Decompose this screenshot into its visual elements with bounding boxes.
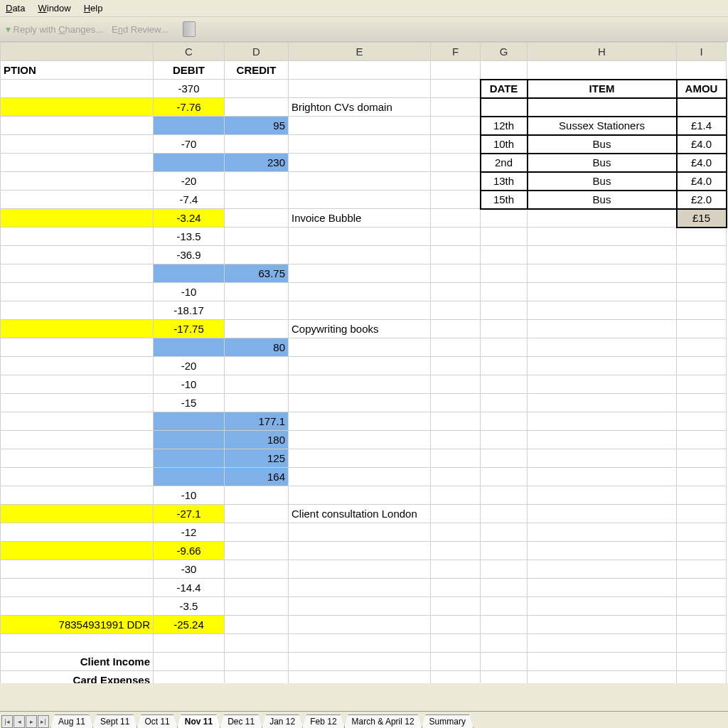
cell-note[interactable]	[289, 412, 431, 431]
cell-description[interactable]	[1, 579, 154, 597]
col-header-G[interactable]: G	[481, 43, 528, 61]
cell-debit[interactable]: -14.4	[154, 579, 225, 597]
cell-credit[interactable]	[225, 560, 289, 579]
col-header-D[interactable]: D	[225, 43, 289, 61]
cell-credit[interactable]: 125	[225, 449, 289, 468]
cell-debit[interactable]	[154, 338, 225, 357]
worksheet-grid[interactable]: CDEFGHIPTIONDEBITCREDIT-370DATEITEMAMOU-…	[0, 42, 727, 683]
side-cell-amount[interactable]: £4.0	[677, 172, 727, 191]
col-header-F[interactable]: F	[431, 43, 481, 61]
cell-note[interactable]: Copywriting books	[289, 320, 431, 338]
side-cell-item[interactable]: Bus	[528, 154, 677, 172]
cell-credit[interactable]	[225, 597, 289, 616]
cell-credit[interactable]	[225, 634, 289, 653]
cell-debit[interactable]: -27.1	[154, 505, 225, 523]
cell-description[interactable]	[1, 320, 154, 338]
cell-note[interactable]	[289, 375, 431, 394]
col-header-C[interactable]: C	[154, 43, 225, 61]
cell-debit[interactable]	[154, 634, 225, 653]
cell-description[interactable]	[1, 505, 154, 523]
side-cell-date[interactable]	[481, 98, 528, 117]
cell-note[interactable]	[289, 301, 431, 320]
cell-debit[interactable]: -20	[154, 172, 225, 191]
tab-last-icon[interactable]: ▸|	[38, 715, 49, 728]
cell-credit[interactable]	[225, 505, 289, 523]
side-cell-item[interactable]: Bus	[528, 172, 677, 191]
cell-debit[interactable]	[154, 154, 225, 172]
cell-description[interactable]	[1, 523, 154, 542]
cell-note[interactable]	[289, 449, 431, 468]
menu-help[interactable]: Help	[84, 3, 103, 14]
side-cell-date[interactable]: 2nd	[481, 154, 528, 172]
col-header-E[interactable]: E	[289, 43, 431, 61]
cell-debit[interactable]: -20	[154, 357, 225, 375]
cell-note[interactable]	[289, 172, 431, 191]
sheet-tab-aug-11[interactable]: Aug 11	[50, 714, 93, 728]
cell-description[interactable]	[1, 542, 154, 560]
cell-description[interactable]	[1, 560, 154, 579]
cell-credit[interactable]	[225, 172, 289, 191]
side-cell-amount[interactable]: £2.0	[677, 191, 727, 209]
cell-debit[interactable]	[154, 653, 225, 671]
cell-note[interactable]	[289, 135, 431, 154]
cell-description[interactable]	[1, 246, 154, 264]
cell-description[interactable]	[1, 486, 154, 505]
cell-credit[interactable]: 180	[225, 431, 289, 449]
cell-debit[interactable]: -18.17	[154, 301, 225, 320]
col-header-H[interactable]: H	[528, 43, 677, 61]
cell-debit[interactable]: -30	[154, 560, 225, 579]
cell-note[interactable]	[289, 486, 431, 505]
side-cell-amount[interactable]: £4.0	[677, 135, 727, 154]
sheet-tab-feb-12[interactable]: Feb 12	[302, 714, 344, 728]
cell-description[interactable]	[1, 357, 154, 375]
cell-debit[interactable]: -13.5	[154, 228, 225, 246]
cell-debit[interactable]: -10	[154, 375, 225, 394]
cell-note[interactable]	[289, 671, 431, 684]
cell-debit[interactable]	[154, 431, 225, 449]
cell-debit[interactable]: -70	[154, 135, 225, 154]
cell-description[interactable]	[1, 468, 154, 486]
side-cell-sum[interactable]: £15	[677, 209, 727, 228]
cell-credit[interactable]	[225, 98, 289, 117]
cell-note[interactable]	[289, 523, 431, 542]
sheet-tab-jan-12[interactable]: Jan 12	[262, 714, 303, 728]
side-cell-item[interactable]	[528, 98, 677, 117]
menu-data[interactable]: Data	[6, 3, 25, 14]
cell-debit[interactable]: -3.5	[154, 597, 225, 616]
col-header-I[interactable]: I	[677, 43, 727, 61]
cell-description[interactable]	[1, 191, 154, 209]
cell-note[interactable]	[289, 653, 431, 671]
cell-debit[interactable]: -12	[154, 523, 225, 542]
cell-debit[interactable]: -15	[154, 394, 225, 412]
cell-debit[interactable]: -9.66	[154, 542, 225, 560]
cell-credit[interactable]	[225, 320, 289, 338]
cell-credit[interactable]: 80	[225, 338, 289, 357]
cell-note[interactable]	[289, 283, 431, 301]
cell-note[interactable]	[289, 394, 431, 412]
cell-debit[interactable]	[154, 264, 225, 283]
side-cell-date[interactable]: 15th	[481, 191, 528, 209]
cell-credit[interactable]: 164	[225, 468, 289, 486]
cell-description[interactable]	[1, 80, 154, 98]
cell-debit[interactable]	[154, 117, 225, 135]
reply-with-changes-button[interactable]: ▾ Reply with Changes...	[6, 23, 103, 35]
cell-credit[interactable]	[225, 616, 289, 634]
cell-credit[interactable]	[225, 301, 289, 320]
cell-description[interactable]	[1, 338, 154, 357]
cell-debit[interactable]: -36.9	[154, 246, 225, 264]
side-cell-item[interactable]: Bus	[528, 191, 677, 209]
cell-note[interactable]	[289, 191, 431, 209]
cell-debit[interactable]	[154, 412, 225, 431]
cell-description[interactable]	[1, 117, 154, 135]
cell-credit[interactable]	[225, 375, 289, 394]
cell-credit[interactable]	[225, 542, 289, 560]
cell-note[interactable]	[289, 579, 431, 597]
sheet-tab-oct-11[interactable]: Oct 11	[136, 714, 177, 728]
cell-note[interactable]	[289, 560, 431, 579]
cell-note[interactable]	[289, 228, 431, 246]
cell-note[interactable]: Invoice Bubble	[289, 209, 431, 228]
cell-description[interactable]	[1, 228, 154, 246]
side-cell-date[interactable]: 13th	[481, 172, 528, 191]
cell-credit[interactable]: 63.75	[225, 264, 289, 283]
tab-first-icon[interactable]: |◂	[1, 715, 13, 728]
